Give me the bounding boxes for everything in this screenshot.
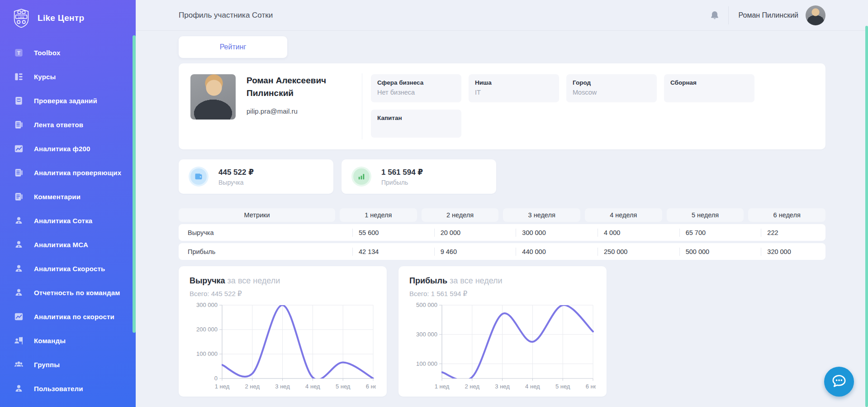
profile-field-label: Сфера бизнеса <box>377 79 455 86</box>
topbar-divider <box>728 6 729 24</box>
chat-fab-button[interactable] <box>824 367 854 397</box>
table-cell: 500 000 <box>667 248 744 255</box>
sidebar-menu: TToolboxКурсыПроверка заданийЛента ответ… <box>0 41 136 401</box>
stat-texts: 1 561 594 ₽Прибыль <box>381 168 423 186</box>
sidebar-item-label: Группы <box>34 361 60 369</box>
tab-bar: Рейтинг <box>179 36 287 58</box>
table-row: Выручка55 60020 000300 0004 00065 700222 <box>179 224 825 241</box>
svg-text:1 нед: 1 нед <box>215 383 230 390</box>
sidebar-item-label: Toolbox <box>34 49 61 57</box>
sidebar-item[interactable]: Команды <box>0 329 136 353</box>
table-cell: 9 460 <box>422 248 499 255</box>
profile-field-chip: Сфера бизнесаНет бизнеса <box>371 74 461 102</box>
table-header-cell: Метрики <box>179 208 335 222</box>
groups-icon <box>14 359 24 370</box>
table-header-cell: 6 неделя <box>748 208 825 222</box>
sidebar-item[interactable]: Аналитика ф200 <box>0 137 136 161</box>
table-cell: 42 134 <box>340 248 417 255</box>
analytics-chart-icon <box>14 144 24 154</box>
brand[interactable]: LIKE Like Центр <box>0 0 136 30</box>
sidebar-item[interactable]: Курсы <box>0 65 136 89</box>
stat-value: 445 522 ₽ <box>218 168 254 177</box>
svg-text:0: 0 <box>214 375 218 382</box>
stats-row: 445 522 ₽Выручка1 561 594 ₽Прибыль <box>179 159 825 194</box>
profile-name: Роман Алексеевич Пилинский <box>247 74 351 99</box>
brand-name: Like Центр <box>38 13 84 23</box>
svg-text:1 нед: 1 нед <box>435 383 450 390</box>
sidebar-item-label: Пользователи <box>34 385 83 393</box>
sidebar-scrollbar[interactable] <box>133 35 136 333</box>
profile-field-value: Нет бизнеса <box>377 89 455 96</box>
chart-title-main: Прибыль <box>409 276 447 285</box>
sidebar-item-label: Аналитика МСА <box>34 241 88 249</box>
table-row: Прибыль42 1349 460440 000250 000500 0003… <box>179 243 825 260</box>
sidebar-item[interactable]: Аналитика проверяющих <box>0 161 136 185</box>
bell-icon[interactable] <box>709 10 720 21</box>
sidebar-item[interactable]: Группы <box>0 353 136 377</box>
svg-text:LIKE: LIKE <box>19 16 24 19</box>
sidebar-item[interactable]: Комментарии <box>0 185 136 209</box>
table-cell: 55 600 <box>340 229 417 236</box>
person-icon <box>14 215 24 226</box>
sidebar-item[interactable]: Отчетность по командам <box>0 281 136 305</box>
tab-rating[interactable]: Рейтинг <box>220 43 247 51</box>
sidebar-item-label: Аналитика по скорости <box>34 313 114 321</box>
profile-field-value: IT <box>475 89 553 96</box>
like-center-logo-icon: LIKE <box>11 8 32 29</box>
profile-email: pilip.pra@mail.ru <box>247 107 351 115</box>
svg-text:200 000: 200 000 <box>196 326 218 333</box>
app-root: LIKE Like Центр TToolboxКурсыПроверка за… <box>0 0 868 407</box>
main-area: Профиль участника Сотки Роман Пилинский … <box>136 0 868 407</box>
revenue-chart-subtitle: Всего: 445 522 ₽ <box>190 290 376 298</box>
profile-field-value: Moscow <box>573 89 650 96</box>
analytics-chart-icon <box>14 311 24 322</box>
profile-field-value <box>670 89 748 96</box>
charts-row: Выручка за все недели Всего: 445 522 ₽ 0… <box>179 266 825 397</box>
stat-card: 1 561 594 ₽Прибыль <box>342 159 496 194</box>
sidebar-item[interactable]: Аналитика Скорость <box>0 257 136 281</box>
stat-label: Выручка <box>218 179 254 186</box>
stat-value: 1 561 594 ₽ <box>381 168 423 177</box>
chat-bubble-icon <box>830 373 848 391</box>
table-cell: 440 000 <box>503 248 580 255</box>
profile-field-chip: Сборная <box>664 74 754 102</box>
sidebar-item-label: Аналитика проверяющих <box>34 169 121 177</box>
profit-chart-card: Прибыль за все недели Всего: 1 561 594 ₽… <box>398 266 607 397</box>
profile-name-line1: Роман Алексеевич <box>247 74 351 87</box>
table-row-label: Прибыль <box>179 248 335 255</box>
table-cell: 20 000 <box>422 229 499 236</box>
person-icon <box>14 263 24 274</box>
svg-text:100 000: 100 000 <box>416 360 437 367</box>
sidebar-item[interactable]: Аналитика МСА <box>0 233 136 257</box>
sidebar-item[interactable]: Проверка заданий <box>0 89 136 113</box>
metrics-table: Метрики1 неделя2 неделя3 неделя4 неделя5… <box>179 208 825 260</box>
sidebar-item[interactable]: Аналитика Сотка <box>0 209 136 233</box>
sidebar-item[interactable]: Аналитика по скорости <box>0 305 136 329</box>
profile-divider <box>362 73 362 139</box>
svg-text:6 нед: 6 нед <box>586 383 596 390</box>
svg-text:4 нед: 4 нед <box>305 383 320 390</box>
toolbox-icon: T <box>14 48 24 58</box>
table-cell: 300 000 <box>503 229 580 236</box>
person-icon <box>14 287 24 298</box>
sidebar-item[interactable]: Лента ответов <box>0 113 136 137</box>
stat-texts: 445 522 ₽Выручка <box>218 168 254 186</box>
profile-field-label: Капитан <box>377 115 455 121</box>
chart-title-suffix: за все недели <box>225 276 280 285</box>
svg-text:6 нед: 6 нед <box>366 383 376 390</box>
content: Рейтинг Роман Алексеевич Пилинский pilip… <box>136 31 868 397</box>
svg-text:500 000: 500 000 <box>416 302 437 308</box>
wallet-icon <box>190 168 207 185</box>
table-header-cell: 1 неделя <box>340 208 417 222</box>
sidebar-item[interactable]: TToolbox <box>0 41 136 65</box>
page-scrollbar[interactable] <box>865 26 868 407</box>
profit-icon <box>353 168 370 185</box>
avatar[interactable] <box>806 5 825 25</box>
page-title: Профиль участника Сотки <box>179 11 273 20</box>
topbar: Профиль участника Сотки Роман Пилинский <box>136 0 868 31</box>
reviewers-doc-icon <box>14 168 24 178</box>
svg-text:5 нед: 5 нед <box>555 383 570 390</box>
svg-text:3 нед: 3 нед <box>495 383 510 390</box>
sidebar-item[interactable]: Пользователи <box>0 377 136 401</box>
svg-text:2 нед: 2 нед <box>465 383 480 390</box>
